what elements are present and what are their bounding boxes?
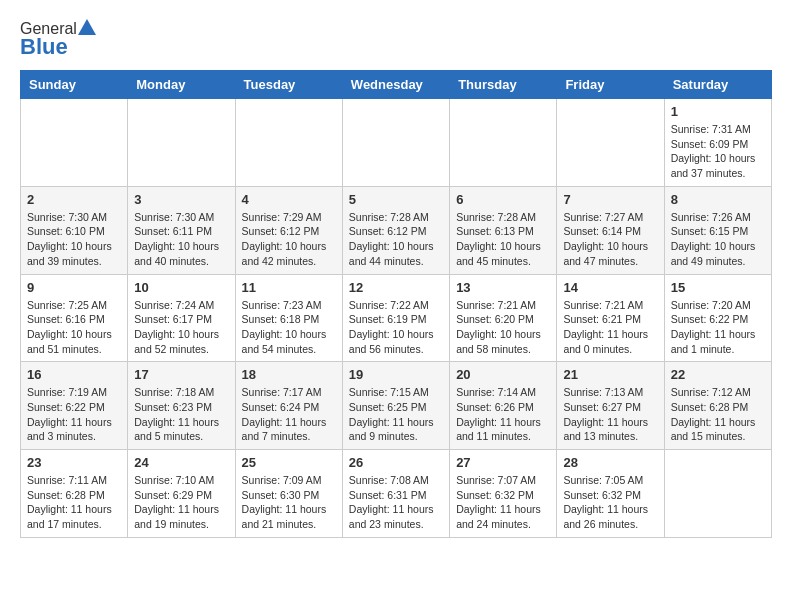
calendar-cell: 13Sunrise: 7:21 AM Sunset: 6:20 PM Dayli… [450, 274, 557, 362]
calendar-cell: 24Sunrise: 7:10 AM Sunset: 6:29 PM Dayli… [128, 450, 235, 538]
week-row-4: 16Sunrise: 7:19 AM Sunset: 6:22 PM Dayli… [21, 362, 772, 450]
weekday-header-monday: Monday [128, 71, 235, 99]
day-info: Sunrise: 7:11 AM Sunset: 6:28 PM Dayligh… [27, 473, 121, 532]
calendar-cell: 12Sunrise: 7:22 AM Sunset: 6:19 PM Dayli… [342, 274, 449, 362]
calendar-cell [664, 450, 771, 538]
day-info: Sunrise: 7:07 AM Sunset: 6:32 PM Dayligh… [456, 473, 550, 532]
weekday-header-friday: Friday [557, 71, 664, 99]
day-info: Sunrise: 7:19 AM Sunset: 6:22 PM Dayligh… [27, 385, 121, 444]
day-number: 17 [134, 367, 228, 382]
calendar-cell: 21Sunrise: 7:13 AM Sunset: 6:27 PM Dayli… [557, 362, 664, 450]
calendar-cell: 3Sunrise: 7:30 AM Sunset: 6:11 PM Daylig… [128, 186, 235, 274]
day-number: 13 [456, 280, 550, 295]
day-info: Sunrise: 7:15 AM Sunset: 6:25 PM Dayligh… [349, 385, 443, 444]
calendar-cell: 22Sunrise: 7:12 AM Sunset: 6:28 PM Dayli… [664, 362, 771, 450]
day-info: Sunrise: 7:21 AM Sunset: 6:21 PM Dayligh… [563, 298, 657, 357]
weekday-header-row: SundayMondayTuesdayWednesdayThursdayFrid… [21, 71, 772, 99]
day-info: Sunrise: 7:30 AM Sunset: 6:10 PM Dayligh… [27, 210, 121, 269]
day-info: Sunrise: 7:31 AM Sunset: 6:09 PM Dayligh… [671, 122, 765, 181]
calendar-cell: 17Sunrise: 7:18 AM Sunset: 6:23 PM Dayli… [128, 362, 235, 450]
calendar-cell: 27Sunrise: 7:07 AM Sunset: 6:32 PM Dayli… [450, 450, 557, 538]
day-info: Sunrise: 7:24 AM Sunset: 6:17 PM Dayligh… [134, 298, 228, 357]
calendar-cell: 16Sunrise: 7:19 AM Sunset: 6:22 PM Dayli… [21, 362, 128, 450]
day-info: Sunrise: 7:23 AM Sunset: 6:18 PM Dayligh… [242, 298, 336, 357]
calendar-table: SundayMondayTuesdayWednesdayThursdayFrid… [20, 70, 772, 538]
day-number: 15 [671, 280, 765, 295]
day-number: 8 [671, 192, 765, 207]
day-info: Sunrise: 7:12 AM Sunset: 6:28 PM Dayligh… [671, 385, 765, 444]
day-number: 1 [671, 104, 765, 119]
calendar-cell: 19Sunrise: 7:15 AM Sunset: 6:25 PM Dayli… [342, 362, 449, 450]
day-info: Sunrise: 7:30 AM Sunset: 6:11 PM Dayligh… [134, 210, 228, 269]
day-number: 10 [134, 280, 228, 295]
calendar-cell [450, 99, 557, 187]
day-info: Sunrise: 7:29 AM Sunset: 6:12 PM Dayligh… [242, 210, 336, 269]
week-row-1: 1Sunrise: 7:31 AM Sunset: 6:09 PM Daylig… [21, 99, 772, 187]
weekday-header-tuesday: Tuesday [235, 71, 342, 99]
day-info: Sunrise: 7:27 AM Sunset: 6:14 PM Dayligh… [563, 210, 657, 269]
calendar-cell: 15Sunrise: 7:20 AM Sunset: 6:22 PM Dayli… [664, 274, 771, 362]
day-info: Sunrise: 7:05 AM Sunset: 6:32 PM Dayligh… [563, 473, 657, 532]
week-row-3: 9Sunrise: 7:25 AM Sunset: 6:16 PM Daylig… [21, 274, 772, 362]
day-number: 6 [456, 192, 550, 207]
calendar-cell: 1Sunrise: 7:31 AM Sunset: 6:09 PM Daylig… [664, 99, 771, 187]
calendar-cell [21, 99, 128, 187]
logo: General Blue [20, 20, 96, 60]
calendar-cell [128, 99, 235, 187]
day-number: 20 [456, 367, 550, 382]
day-number: 26 [349, 455, 443, 470]
svg-marker-0 [78, 19, 96, 35]
day-number: 22 [671, 367, 765, 382]
day-number: 24 [134, 455, 228, 470]
weekday-header-saturday: Saturday [664, 71, 771, 99]
day-number: 27 [456, 455, 550, 470]
calendar-cell: 9Sunrise: 7:25 AM Sunset: 6:16 PM Daylig… [21, 274, 128, 362]
calendar-cell [557, 99, 664, 187]
day-info: Sunrise: 7:26 AM Sunset: 6:15 PM Dayligh… [671, 210, 765, 269]
day-number: 11 [242, 280, 336, 295]
calendar-cell: 10Sunrise: 7:24 AM Sunset: 6:17 PM Dayli… [128, 274, 235, 362]
calendar-cell: 4Sunrise: 7:29 AM Sunset: 6:12 PM Daylig… [235, 186, 342, 274]
day-number: 14 [563, 280, 657, 295]
day-number: 3 [134, 192, 228, 207]
calendar-cell: 26Sunrise: 7:08 AM Sunset: 6:31 PM Dayli… [342, 450, 449, 538]
calendar-cell: 2Sunrise: 7:30 AM Sunset: 6:10 PM Daylig… [21, 186, 128, 274]
day-info: Sunrise: 7:10 AM Sunset: 6:29 PM Dayligh… [134, 473, 228, 532]
day-number: 23 [27, 455, 121, 470]
day-number: 28 [563, 455, 657, 470]
day-number: 9 [27, 280, 121, 295]
day-number: 5 [349, 192, 443, 207]
day-number: 12 [349, 280, 443, 295]
weekday-header-sunday: Sunday [21, 71, 128, 99]
calendar-cell [235, 99, 342, 187]
page-header: General Blue [20, 20, 772, 60]
day-info: Sunrise: 7:13 AM Sunset: 6:27 PM Dayligh… [563, 385, 657, 444]
week-row-5: 23Sunrise: 7:11 AM Sunset: 6:28 PM Dayli… [21, 450, 772, 538]
weekday-header-wednesday: Wednesday [342, 71, 449, 99]
day-number: 2 [27, 192, 121, 207]
day-info: Sunrise: 7:09 AM Sunset: 6:30 PM Dayligh… [242, 473, 336, 532]
day-number: 19 [349, 367, 443, 382]
day-number: 25 [242, 455, 336, 470]
day-info: Sunrise: 7:22 AM Sunset: 6:19 PM Dayligh… [349, 298, 443, 357]
day-info: Sunrise: 7:14 AM Sunset: 6:26 PM Dayligh… [456, 385, 550, 444]
calendar-cell: 11Sunrise: 7:23 AM Sunset: 6:18 PM Dayli… [235, 274, 342, 362]
day-number: 7 [563, 192, 657, 207]
day-info: Sunrise: 7:17 AM Sunset: 6:24 PM Dayligh… [242, 385, 336, 444]
calendar-cell: 14Sunrise: 7:21 AM Sunset: 6:21 PM Dayli… [557, 274, 664, 362]
calendar-cell: 28Sunrise: 7:05 AM Sunset: 6:32 PM Dayli… [557, 450, 664, 538]
calendar-cell [342, 99, 449, 187]
day-info: Sunrise: 7:28 AM Sunset: 6:12 PM Dayligh… [349, 210, 443, 269]
week-row-2: 2Sunrise: 7:30 AM Sunset: 6:10 PM Daylig… [21, 186, 772, 274]
calendar-cell: 23Sunrise: 7:11 AM Sunset: 6:28 PM Dayli… [21, 450, 128, 538]
day-info: Sunrise: 7:20 AM Sunset: 6:22 PM Dayligh… [671, 298, 765, 357]
calendar-cell: 6Sunrise: 7:28 AM Sunset: 6:13 PM Daylig… [450, 186, 557, 274]
day-number: 18 [242, 367, 336, 382]
calendar-cell: 8Sunrise: 7:26 AM Sunset: 6:15 PM Daylig… [664, 186, 771, 274]
calendar-cell: 5Sunrise: 7:28 AM Sunset: 6:12 PM Daylig… [342, 186, 449, 274]
logo-icon [78, 19, 96, 35]
day-info: Sunrise: 7:21 AM Sunset: 6:20 PM Dayligh… [456, 298, 550, 357]
calendar-cell: 20Sunrise: 7:14 AM Sunset: 6:26 PM Dayli… [450, 362, 557, 450]
weekday-header-thursday: Thursday [450, 71, 557, 99]
calendar-cell: 18Sunrise: 7:17 AM Sunset: 6:24 PM Dayli… [235, 362, 342, 450]
